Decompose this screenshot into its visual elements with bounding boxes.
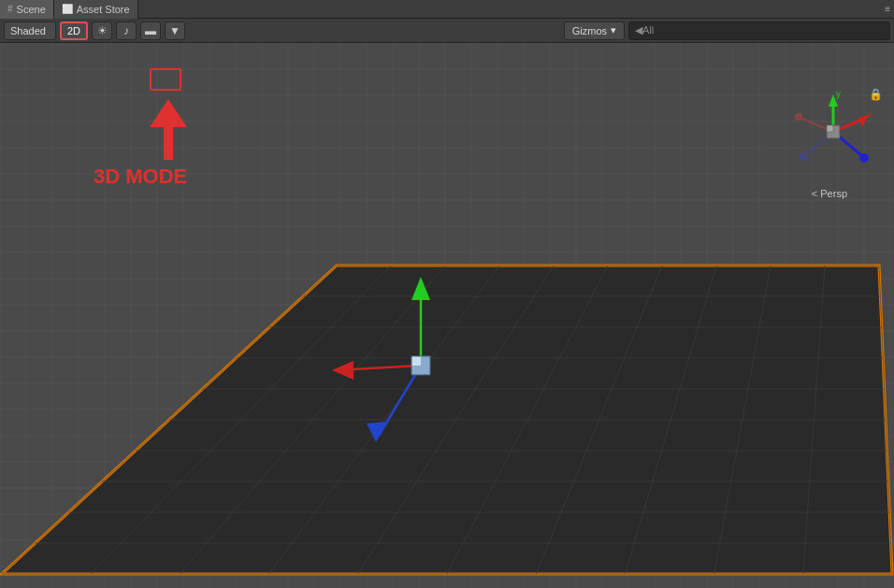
asset-store-tab-icon: ⬜ bbox=[62, 4, 73, 14]
search-placeholder: ◀All bbox=[635, 24, 654, 36]
image-button[interactable]: ▬ bbox=[140, 22, 161, 40]
audio-icon: ♪ bbox=[123, 24, 129, 37]
audio-button[interactable]: ♪ bbox=[116, 22, 137, 40]
gizmos-button[interactable]: Gizmos ▾ bbox=[564, 22, 625, 40]
scene-viewport[interactable]: 3D MODE 🔒 y x < Persp bbox=[0, 43, 894, 588]
svg-point-8 bbox=[859, 153, 869, 163]
asset-store-tab-label: Asset Store bbox=[77, 4, 130, 15]
fx-button[interactable]: ▼ bbox=[165, 22, 185, 40]
image-icon: ▬ bbox=[145, 24, 156, 37]
scene-canvas bbox=[0, 43, 894, 588]
search-bar[interactable]: ◀All bbox=[628, 22, 890, 40]
shading-dropdown[interactable]: Shaded bbox=[4, 22, 56, 40]
scene-tab-icon: # bbox=[7, 4, 13, 14]
toolbar-right: Gizmos ▾ ◀All bbox=[564, 22, 890, 40]
svg-text:x: x bbox=[868, 109, 872, 120]
gizmo-widget: y x bbox=[791, 90, 875, 174]
toolbar: Shaded 2D ☀ ♪ ▬ ▼ Gizmos ▾ ◀All bbox=[0, 19, 894, 43]
fx-icon: ▼ bbox=[169, 24, 180, 37]
svg-rect-14 bbox=[827, 125, 833, 132]
sun-button[interactable]: ☀ bbox=[92, 22, 112, 40]
asset-store-tab[interactable]: ⬜ Asset Store bbox=[54, 0, 138, 19]
sun-icon: ☀ bbox=[97, 24, 108, 37]
svg-text:y: y bbox=[836, 90, 841, 99]
2d-button[interactable]: 2D bbox=[60, 22, 88, 40]
2d-label: 2D bbox=[67, 25, 80, 36]
shading-label: Shaded bbox=[10, 25, 46, 36]
svg-point-12 bbox=[800, 153, 807, 161]
persp-label: < Persp bbox=[812, 188, 847, 199]
svg-point-10 bbox=[795, 113, 802, 121]
title-bar-menu[interactable]: ≡ bbox=[885, 4, 894, 14]
title-bar-dots: ≡ bbox=[885, 4, 890, 14]
scene-tab-label: Scene bbox=[17, 4, 46, 15]
scene-tab[interactable]: # Scene bbox=[0, 0, 54, 19]
gizmos-label: Gizmos bbox=[572, 25, 607, 36]
gizmos-arrow: ▾ bbox=[611, 24, 616, 36]
title-bar: # Scene ⬜ Asset Store ≡ bbox=[0, 0, 894, 19]
mode-annotation-label: 3D MODE bbox=[94, 165, 187, 189]
